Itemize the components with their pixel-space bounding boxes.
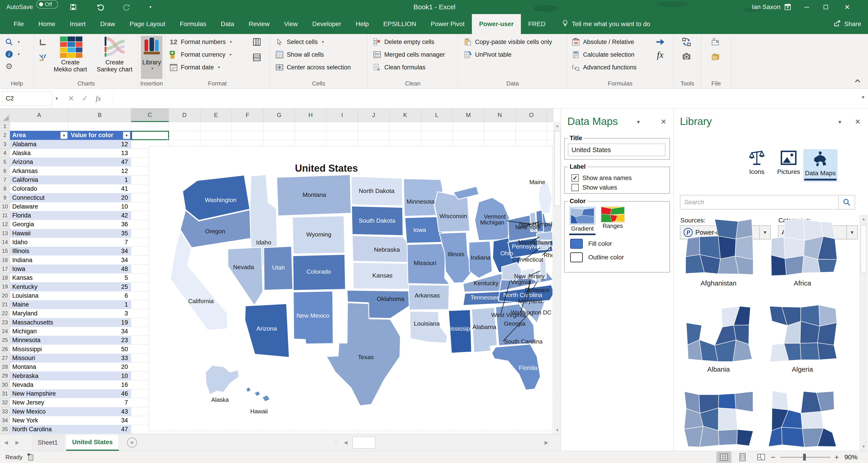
state-hawaii[interactable]: [246, 387, 251, 392]
column-header-k[interactable]: K: [390, 108, 421, 122]
column-header-l[interactable]: L: [421, 108, 453, 122]
row-header-29[interactable]: 29: [0, 371, 10, 380]
table-row-value[interactable]: 1: [68, 300, 131, 309]
library-button[interactable]: Library ▾: [141, 36, 162, 79]
ribbon-tab-review[interactable]: Review: [241, 14, 277, 34]
vertical-scroll-thumb[interactable]: [555, 131, 560, 206]
table-row-value[interactable]: 36: [68, 220, 131, 229]
table-row-area[interactable]: Michigan: [10, 327, 68, 336]
column-header-j[interactable]: J: [358, 108, 390, 122]
scroll-up-arrow[interactable]: ▲: [860, 215, 868, 223]
row-header-15[interactable]: 15: [0, 247, 10, 256]
ribbon-tab-insert[interactable]: Insert: [63, 14, 93, 34]
table-row-value[interactable]: 12: [68, 167, 131, 175]
state-hawaii[interactable]: [254, 391, 261, 396]
show-area-names-checkbox[interactable]: ✓: [571, 174, 579, 181]
ribbon-tab-power-pivot[interactable]: Power Pivot: [423, 14, 472, 34]
column-header-f[interactable]: F: [232, 108, 264, 122]
row-headers[interactable]: 1234567891011121314151617181920212223242…: [0, 122, 10, 434]
table-row-value[interactable]: 13: [68, 149, 131, 158]
table-row-area[interactable]: Indiana: [10, 256, 68, 265]
library-thumbnail-albania[interactable]: Albania: [678, 304, 759, 373]
zoom-level[interactable]: 90%: [844, 451, 858, 463]
pane-options-caret[interactable]: ▼: [837, 119, 842, 125]
column-header-o[interactable]: O: [516, 108, 547, 122]
ribbon-tab-view[interactable]: View: [277, 14, 305, 34]
fx-button[interactable]: fx: [656, 49, 665, 60]
maximize-button[interactable]: [818, 0, 833, 14]
ribbon-tab-page-layout[interactable]: Page Layout: [122, 14, 173, 34]
table-row-area[interactable]: Iowa: [10, 265, 68, 273]
ribbon-display-options-button[interactable]: [780, 0, 795, 14]
scroll-down-arrow[interactable]: ▼: [554, 427, 561, 434]
library-tab-icons[interactable]: Icons: [740, 149, 774, 175]
help-settings-button[interactable]: ⚙: [4, 61, 13, 72]
sheet-nav-next[interactable]: ▶: [16, 434, 19, 451]
table-row-value[interactable]: 47: [68, 158, 131, 166]
library-tab-pictures[interactable]: Pictures: [772, 149, 806, 175]
table-row-area[interactable]: Delaware: [10, 202, 68, 211]
format-rows-button[interactable]: [252, 52, 261, 63]
table-row-area[interactable]: North Carolina: [10, 425, 68, 434]
state-alaska[interactable]: [206, 365, 239, 395]
row-header-26[interactable]: 26: [0, 345, 10, 354]
row-header-17[interactable]: 17: [0, 265, 10, 273]
column-header-b[interactable]: B: [68, 108, 131, 122]
create-mekko-chart-button[interactable]: Create Mekko chart: [50, 36, 91, 79]
unpivot-table-button[interactable]: UnPivot table: [463, 49, 512, 60]
table-header-area[interactable]: Area▾: [10, 131, 68, 140]
library-thumbnail-africa[interactable]: Africa: [762, 218, 843, 287]
row-header-28[interactable]: 28: [0, 363, 10, 371]
table-row-area[interactable]: Idaho: [10, 238, 68, 247]
center-across-selection-button[interactable]: Center across selection: [275, 62, 351, 73]
pane-close-icon[interactable]: ×: [661, 117, 666, 127]
hscroll-left-arrow[interactable]: ◀: [344, 434, 347, 451]
screenshot-button[interactable]: [682, 51, 691, 62]
outline-color-swatch[interactable]: [570, 252, 583, 262]
map-title-input[interactable]: United States: [568, 143, 665, 156]
column-header-i[interactable]: I: [327, 108, 358, 122]
attach-file-button[interactable]: [711, 36, 720, 47]
table-row-area[interactable]: California: [10, 175, 68, 184]
filter-dropdown-button[interactable]: ▾: [60, 132, 68, 139]
table-row-area[interactable]: New Mexico: [10, 407, 68, 416]
row-header-3[interactable]: 3: [0, 140, 10, 149]
row-header-19[interactable]: 19: [0, 282, 10, 291]
ribbon-tab-help[interactable]: Help: [348, 14, 376, 34]
create-sankey-chart-button[interactable]: Create Sankey chart: [94, 36, 135, 79]
absolute-relative-button[interactable]: Absolute / Relative: [571, 36, 634, 47]
column-header-h[interactable]: H: [295, 108, 327, 122]
tab-scroll-splitter[interactable]: ⁞: [335, 438, 338, 447]
autosave-toggle[interactable]: Off: [36, 0, 58, 9]
row-header-33[interactable]: 33: [0, 407, 10, 416]
minimize-button[interactable]: ─: [800, 0, 814, 14]
table-row-area[interactable]: Nebraska: [10, 371, 68, 380]
ribbon-tab-developer[interactable]: Developer: [305, 14, 348, 34]
table-row-value[interactable]: 47: [68, 425, 131, 434]
table-row-area[interactable]: Hawaii: [10, 229, 68, 238]
state-hawaii[interactable]: [262, 395, 270, 402]
row-header-30[interactable]: 30: [0, 381, 10, 389]
ribbon-tab-power-user[interactable]: Power-user: [472, 14, 521, 34]
swap-ranges-button[interactable]: [682, 36, 691, 47]
gradient-color-option[interactable]: Gradient: [569, 206, 595, 235]
new-sheet-button[interactable]: +: [127, 438, 137, 448]
library-thumbnail-algeria[interactable]: Algeria: [762, 304, 843, 373]
table-row-value[interactable]: 20: [68, 363, 131, 371]
column-header-d[interactable]: D: [169, 108, 200, 122]
quick-access-customize-button[interactable]: ▾: [145, 0, 156, 14]
scroll-up-arrow[interactable]: ▲: [554, 122, 561, 130]
close-button[interactable]: ✕: [840, 0, 855, 14]
show-all-cells-button[interactable]: Show all cells: [275, 49, 324, 60]
table-row-value[interactable]: 1: [68, 175, 131, 184]
normal-view-button[interactable]: [716, 452, 732, 463]
library-tab-data-maps[interactable]: Data Maps: [803, 149, 837, 182]
table-row-area[interactable]: Minnesota: [10, 336, 68, 345]
column-header-p[interactable]: P: [547, 108, 554, 122]
table-row-area[interactable]: Arizona: [10, 158, 68, 166]
merged-cells-manager-button[interactable]: Merged cells manager: [373, 49, 445, 60]
zoom-out-button[interactable]: −: [771, 451, 775, 463]
state-louisiana[interactable]: [410, 311, 447, 343]
pane-options-caret[interactable]: ▼: [636, 119, 641, 125]
table-row-value[interactable]: 48: [68, 265, 131, 273]
